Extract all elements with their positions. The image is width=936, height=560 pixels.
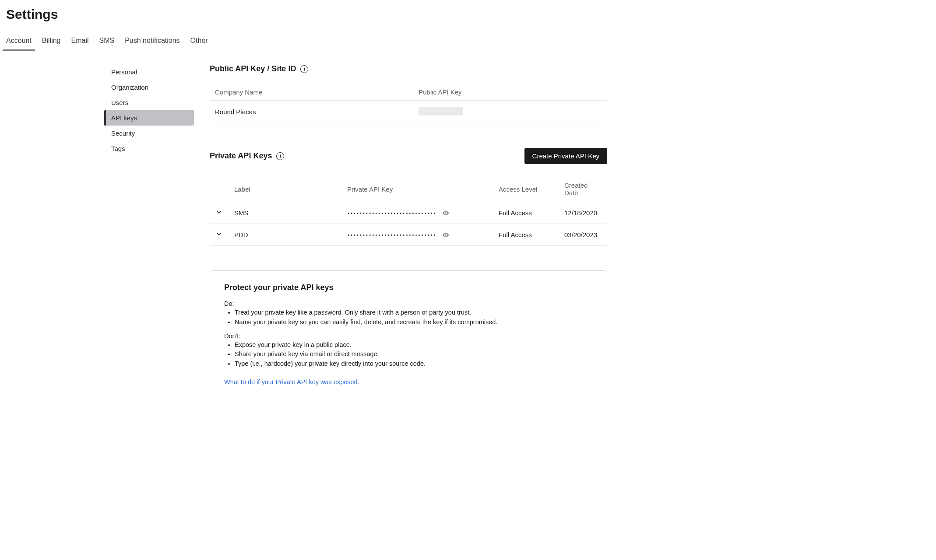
redacted-public-key — [419, 107, 463, 116]
public-api-key-heading: Public API Key / Site ID — [210, 64, 296, 74]
tab-account[interactable]: Account — [6, 32, 32, 51]
col-header-created: Created Date — [559, 176, 607, 202]
masked-key: ••••••••••••••••••••••••••••• — [347, 233, 436, 238]
dont-label: Don't: — [224, 332, 593, 340]
settings-sidebar: PersonalOrganizationUsersAPI keysSecurit… — [104, 64, 194, 397]
col-header-access: Access Level — [493, 176, 559, 202]
public-key-table: Company Name Public API Key Round Pieces — [210, 84, 607, 123]
protect-heading: Protect your private API keys — [224, 283, 593, 292]
page-title: Settings — [6, 7, 930, 22]
do-label: Do: — [224, 300, 593, 307]
table-row: Round Pieces — [210, 101, 607, 123]
sidebar-item-security[interactable]: Security — [104, 126, 194, 141]
chevron-down-icon[interactable] — [215, 230, 223, 238]
col-header-label: Label — [229, 176, 342, 202]
created-date-cell: 12/18/2020 — [559, 202, 607, 224]
list-item: Expose your private key in a public plac… — [235, 340, 593, 350]
table-row: SMS•••••••••••••••••••••••••••••Full Acc… — [210, 202, 607, 224]
col-header-company: Company Name — [210, 84, 413, 101]
tab-email[interactable]: Email — [71, 32, 89, 51]
info-icon[interactable]: i — [300, 65, 308, 73]
sidebar-item-organization[interactable]: Organization — [104, 80, 194, 95]
sidebar-item-users[interactable]: Users — [104, 95, 194, 110]
create-private-api-key-button[interactable]: Create Private API Key — [524, 148, 607, 164]
tab-push-notifications[interactable]: Push notifications — [125, 32, 179, 51]
key-label-cell: PDD — [229, 224, 342, 246]
eye-icon[interactable] — [442, 231, 450, 239]
main-content: Public API Key / Site ID i Company Name … — [210, 64, 607, 397]
tab-sms[interactable]: SMS — [99, 32, 115, 51]
top-tab-bar: AccountBillingEmailSMSPush notifications… — [0, 32, 936, 51]
list-item: Treat your private key like a password. … — [235, 308, 593, 318]
private-key-cell: ••••••••••••••••••••••••••••• — [342, 224, 493, 246]
col-header-public-key: Public API Key — [413, 84, 607, 101]
tab-other[interactable]: Other — [190, 32, 208, 51]
col-header-private-key: Private API Key — [342, 176, 493, 202]
info-icon[interactable]: i — [276, 152, 284, 160]
exposed-key-help-link[interactable]: What to do if your Private API key was e… — [224, 378, 359, 385]
tab-billing[interactable]: Billing — [42, 32, 61, 51]
private-key-table: Label Private API Key Access Level Creat… — [210, 176, 607, 246]
sidebar-item-api-keys[interactable]: API keys — [104, 110, 194, 126]
list-item: Name your private key so you can easily … — [235, 318, 593, 327]
private-key-cell: ••••••••••••••••••••••••••••• — [342, 202, 493, 224]
created-date-cell: 03/20/2023 — [559, 224, 607, 246]
list-item: Share your private key via email or dire… — [235, 350, 593, 359]
masked-key: ••••••••••••••••••••••••••••• — [347, 211, 436, 216]
sidebar-item-tags[interactable]: Tags — [104, 141, 194, 156]
access-level-cell: Full Access — [493, 202, 559, 224]
sidebar-item-personal[interactable]: Personal — [104, 64, 194, 80]
key-label-cell: SMS — [229, 202, 342, 224]
list-item: Type (i.e., hardcode) your private key d… — [235, 359, 593, 369]
private-api-keys-heading: Private API Keys — [210, 151, 272, 161]
access-level-cell: Full Access — [493, 224, 559, 246]
company-name-cell: Round Pieces — [210, 101, 413, 123]
table-row: PDD•••••••••••••••••••••••••••••Full Acc… — [210, 224, 607, 246]
public-key-cell — [413, 101, 607, 123]
chevron-down-icon[interactable] — [215, 208, 223, 216]
protect-private-keys-box: Protect your private API keys Do: Treat … — [210, 270, 607, 397]
eye-icon[interactable] — [442, 209, 450, 217]
